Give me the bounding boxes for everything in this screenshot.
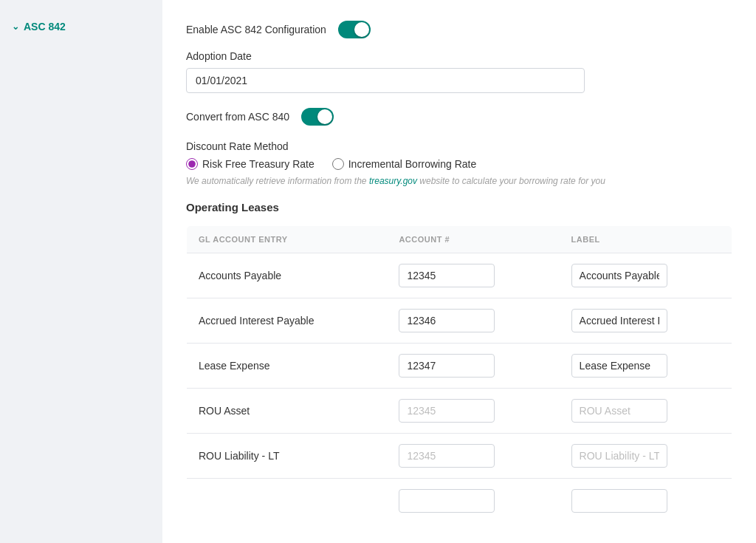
operating-leases-group: Operating Leases GL ACCOUNT ENTRY ACCOUN… <box>186 201 732 524</box>
radio-incremental-input[interactable] <box>332 158 344 170</box>
adoption-date-group: Adoption Date <box>186 50 732 93</box>
entry-name: ROU Liability - LT <box>187 434 388 479</box>
adoption-date-input[interactable] <box>186 68 585 93</box>
help-text: We automatically retrieve information fr… <box>186 176 732 186</box>
col-label-header: LABEL <box>560 226 732 253</box>
label-input[interactable] <box>571 354 667 378</box>
discount-rate-label: Discount Rate Method <box>186 140 732 152</box>
chevron-down-icon: ⌄ <box>12 21 19 32</box>
page-container: ⌄ ASC 842 Enable ASC 842 Configuration A… <box>0 0 756 543</box>
radio-group: Risk Free Treasury Rate Incremental Borr… <box>186 158 732 170</box>
label-input[interactable] <box>571 399 667 423</box>
help-text-prefix: We automatically retrieve information fr… <box>186 176 369 186</box>
label-input[interactable] <box>571 444 667 468</box>
main-content: Enable ASC 842 Configuration Adoption Da… <box>162 0 756 543</box>
convert-toggle-row: Convert from ASC 840 <box>186 108 732 126</box>
account-input[interactable] <box>399 354 495 378</box>
entry-name: Accrued Interest Payable <box>187 298 388 344</box>
enable-label: Enable ASC 842 Configuration <box>186 24 326 35</box>
table-row: Lease Expense <box>187 344 732 389</box>
enable-toggle[interactable] <box>338 21 371 38</box>
operating-leases-title: Operating Leases <box>186 201 732 214</box>
col-account-header: ACCOUNT # <box>387 226 559 253</box>
discount-rate-group: Discount Rate Method Risk Free Treasury … <box>186 140 732 186</box>
entry-name: Lease Expense <box>187 344 388 389</box>
account-input[interactable] <box>399 399 495 423</box>
enable-toggle-row: Enable ASC 842 Configuration <box>186 21 732 38</box>
account-input[interactable] <box>399 264 495 287</box>
treasury-link[interactable]: treasury.gov <box>369 176 417 186</box>
radio-incremental-label: Incremental Borrowing Rate <box>348 158 477 170</box>
convert-toggle-thumb <box>317 109 332 124</box>
account-input[interactable] <box>399 309 495 332</box>
entry-name <box>187 479 388 524</box>
entry-name: Accounts Payable <box>187 253 388 298</box>
table-row <box>187 479 732 524</box>
table-row: ROU Liability - LT <box>187 434 732 479</box>
table-row: Accounts Payable <box>187 253 732 298</box>
col-entry-header: GL ACCOUNT ENTRY <box>187 226 388 253</box>
radio-risk-free-input[interactable] <box>186 158 198 170</box>
convert-label: Convert from ASC 840 <box>186 111 289 123</box>
sidebar-item-asc842[interactable]: ⌄ ASC 842 <box>12 18 151 35</box>
account-input[interactable] <box>399 444 495 468</box>
account-input[interactable] <box>399 489 495 513</box>
radio-incremental[interactable]: Incremental Borrowing Rate <box>332 158 477 170</box>
sidebar-item-label: ASC 842 <box>24 21 66 33</box>
help-text-suffix: website to calculate your borrowing rate… <box>417 176 605 186</box>
label-input[interactable] <box>571 264 667 287</box>
gl-table: GL ACCOUNT ENTRY ACCOUNT # LABEL Account… <box>186 225 732 524</box>
label-input[interactable] <box>571 489 667 513</box>
radio-risk-free-label: Risk Free Treasury Rate <box>202 158 315 170</box>
convert-toggle[interactable] <box>301 108 334 126</box>
entry-name: ROU Asset <box>187 389 388 434</box>
sidebar: ⌄ ASC 842 <box>0 0 162 543</box>
toggle-thumb <box>354 22 369 37</box>
adoption-date-label: Adoption Date <box>186 50 732 62</box>
radio-risk-free[interactable]: Risk Free Treasury Rate <box>186 158 315 170</box>
table-row: Accrued Interest Payable <box>187 298 732 344</box>
label-input[interactable] <box>571 309 667 332</box>
table-header-row: GL ACCOUNT ENTRY ACCOUNT # LABEL <box>187 226 732 253</box>
table-row: ROU Asset <box>187 389 732 434</box>
